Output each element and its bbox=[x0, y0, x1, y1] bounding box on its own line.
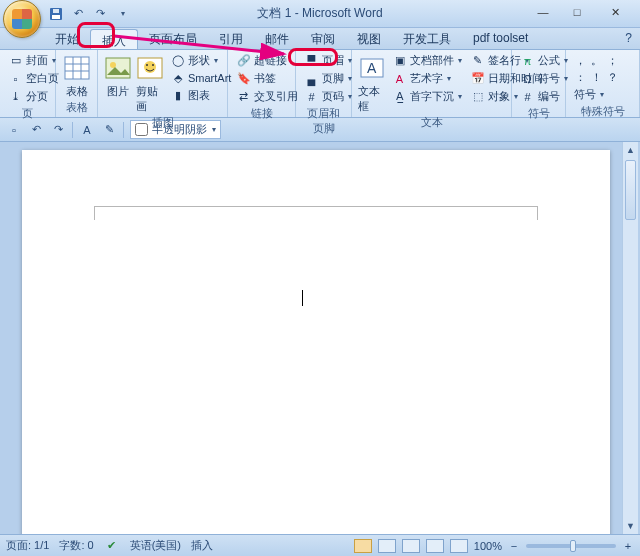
style-icon[interactable]: A bbox=[79, 122, 95, 138]
dropcap-label: 首字下沉 bbox=[410, 89, 454, 104]
number-button[interactable]: #编号 bbox=[518, 88, 570, 105]
status-words[interactable]: 字数: 0 bbox=[59, 538, 93, 553]
group-illustrations: 图片 剪贴画 ◯形状▾ ⬘SmartArt ▮图表 插图 bbox=[98, 50, 228, 117]
group-symbols: π公式▾ Ω符号▾ #编号 符号 bbox=[512, 50, 566, 117]
view-fullscreen[interactable] bbox=[378, 539, 396, 553]
scroll-down-icon[interactable]: ▼ bbox=[623, 518, 638, 534]
quick-parts-button[interactable]: ▣文档部件▾ bbox=[390, 52, 464, 69]
zoom-slider[interactable] bbox=[526, 544, 616, 548]
smartart-button[interactable]: ⬘SmartArt bbox=[168, 70, 233, 86]
group-headerfooter: ▀页眉▾ ▄页脚▾ #页码▾ 页眉和页脚 bbox=[296, 50, 352, 117]
status-bar: 页面: 1/1 字数: 0 ✔ 英语(美国) 插入 100% − + bbox=[0, 534, 640, 556]
new-icon[interactable]: ▫ bbox=[6, 122, 22, 138]
svg-rect-2 bbox=[53, 9, 59, 13]
office-button[interactable] bbox=[3, 0, 41, 38]
hyperlink-button[interactable]: 🔗超链接 bbox=[234, 52, 300, 69]
maximize-button[interactable]: □ bbox=[560, 2, 594, 22]
hyperlink-label: 超链接 bbox=[254, 53, 287, 68]
sym-exclaim[interactable]: ！ bbox=[588, 69, 604, 86]
zoom-knob[interactable] bbox=[570, 540, 576, 552]
sym-comma[interactable]: ， bbox=[572, 52, 588, 69]
textbox-button[interactable]: A 文本框 bbox=[358, 52, 386, 114]
qat-dropdown-icon[interactable]: ▾ bbox=[115, 6, 131, 22]
sym-more[interactable]: 符号▾ bbox=[572, 86, 606, 103]
redo-icon[interactable]: ↷ bbox=[92, 6, 108, 22]
quick-parts-icon: ▣ bbox=[392, 54, 407, 68]
close-button[interactable]: ✕ bbox=[594, 2, 636, 22]
tab-pdftoolset[interactable]: pdf toolset bbox=[462, 28, 539, 49]
table-button[interactable]: 表格 bbox=[62, 52, 91, 99]
chart-label: 图表 bbox=[188, 88, 210, 103]
cross-ref-button[interactable]: ⇄交叉引用 bbox=[234, 88, 300, 105]
picture-button[interactable]: 图片 bbox=[104, 52, 132, 99]
tab-references[interactable]: 引用 bbox=[208, 28, 254, 49]
footer-button[interactable]: ▄页脚▾ bbox=[302, 70, 354, 87]
dropcap-button[interactable]: A̲首字下沉▾ bbox=[390, 88, 464, 105]
page-header-region[interactable] bbox=[94, 206, 538, 220]
equation-button[interactable]: π公式▾ bbox=[518, 52, 570, 69]
separator bbox=[72, 122, 73, 138]
view-draft[interactable] bbox=[450, 539, 468, 553]
zoom-in-button[interactable]: + bbox=[622, 540, 634, 552]
cover-page-label: 封面 bbox=[26, 53, 48, 68]
tab-insert[interactable]: 插入 bbox=[90, 29, 138, 49]
status-right: 100% − + bbox=[354, 539, 634, 553]
status-mode[interactable]: 插入 bbox=[191, 538, 213, 553]
status-page[interactable]: 页面: 1/1 bbox=[6, 538, 49, 553]
status-lang[interactable]: 英语(美国) bbox=[130, 538, 181, 553]
svg-point-13 bbox=[152, 64, 154, 66]
tab-mailings[interactable]: 邮件 bbox=[254, 28, 300, 49]
sym-question[interactable]: ？ bbox=[604, 69, 620, 86]
chart-button[interactable]: ▮图表 bbox=[168, 87, 233, 104]
page-icon: ▭ bbox=[8, 54, 23, 68]
group-links: 🔗超链接 🔖书签 ⇄交叉引用 链接 bbox=[228, 50, 296, 117]
sym-semicolon[interactable]: ； bbox=[604, 52, 620, 69]
tab-review[interactable]: 审阅 bbox=[300, 28, 346, 49]
view-print-layout[interactable] bbox=[354, 539, 372, 553]
wordart-button[interactable]: A艺术字▾ bbox=[390, 70, 464, 87]
tab-view[interactable]: 视图 bbox=[346, 28, 392, 49]
group-special-symbols: ， 。 ； ： ！ ？ 符号▾ 特殊符号 bbox=[566, 50, 640, 117]
spellcheck-icon[interactable]: ✔ bbox=[104, 538, 120, 554]
group-special-symbols-label: 特殊符号 bbox=[572, 103, 633, 121]
page-break-button[interactable]: ⤓分页 bbox=[6, 88, 61, 105]
undo-icon[interactable]: ↶ bbox=[70, 6, 86, 22]
sym-period[interactable]: 。 bbox=[588, 52, 604, 69]
svg-rect-3 bbox=[65, 57, 89, 79]
view-outline[interactable] bbox=[426, 539, 444, 553]
ribbon: ▭封面▾ ▫空白页 ⤓分页 页 表格 表格 图片 剪贴画 bbox=[0, 50, 640, 118]
sym-colon[interactable]: ： bbox=[572, 69, 588, 86]
datetime-icon: 📅 bbox=[470, 72, 485, 86]
zoom-out-button[interactable]: − bbox=[508, 540, 520, 552]
document-page[interactable] bbox=[22, 150, 610, 534]
vertical-scrollbar[interactable]: ▲ ▼ bbox=[622, 142, 638, 534]
shapes-label: 形状 bbox=[188, 53, 210, 68]
tab-pagelayout[interactable]: 页面布局 bbox=[138, 28, 208, 49]
blank-page-button[interactable]: ▫空白页 bbox=[6, 70, 61, 87]
undo2-icon[interactable]: ↶ bbox=[28, 122, 44, 138]
window-title: 文档 1 - Microsoft Word bbox=[257, 5, 382, 22]
view-web[interactable] bbox=[402, 539, 420, 553]
redo2-icon[interactable]: ↷ bbox=[50, 122, 66, 138]
tab-home[interactable]: 开始 bbox=[44, 28, 90, 49]
header-button[interactable]: ▀页眉▾ bbox=[302, 52, 354, 69]
footer-icon: ▄ bbox=[304, 72, 319, 86]
zoom-level[interactable]: 100% bbox=[474, 540, 502, 552]
minimize-button[interactable]: — bbox=[526, 2, 560, 22]
sym-more-label: 符号 bbox=[574, 87, 596, 102]
quick-parts-label: 文档部件 bbox=[410, 53, 454, 68]
wordart-label: 艺术字 bbox=[410, 71, 443, 86]
page-number-button[interactable]: #页码▾ bbox=[302, 88, 354, 105]
symbol-button[interactable]: Ω符号▾ bbox=[518, 70, 570, 87]
cross-ref-icon: ⇄ bbox=[236, 90, 251, 104]
cover-page-button[interactable]: ▭封面▾ bbox=[6, 52, 61, 69]
tab-developer[interactable]: 开发工具 bbox=[392, 28, 462, 49]
header-icon: ▀ bbox=[304, 54, 319, 68]
save-icon[interactable] bbox=[48, 6, 64, 22]
shapes-button[interactable]: ◯形状▾ bbox=[168, 52, 233, 69]
clipart-button[interactable]: 剪贴画 bbox=[136, 52, 164, 114]
scroll-thumb[interactable] bbox=[625, 160, 636, 220]
bookmark-button[interactable]: 🔖书签 bbox=[234, 70, 300, 87]
scroll-up-icon[interactable]: ▲ bbox=[623, 142, 638, 158]
help-icon[interactable]: ? bbox=[625, 28, 632, 49]
